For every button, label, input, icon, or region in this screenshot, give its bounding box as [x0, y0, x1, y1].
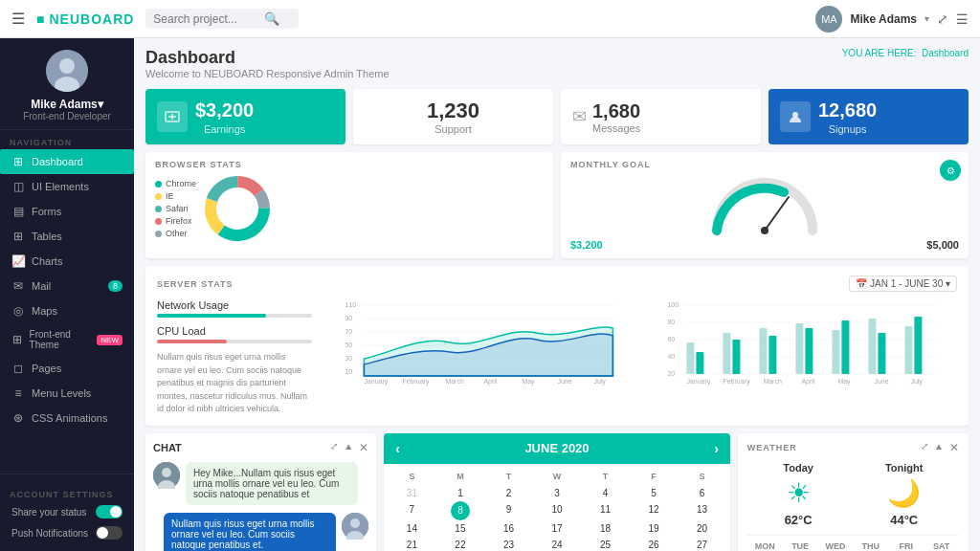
legend-chrome: Chrome — [155, 179, 196, 188]
sidebar-avatar — [46, 50, 88, 92]
cal-today-cell[interactable]: 8 — [451, 501, 470, 520]
cal-cell[interactable]: 19 — [630, 520, 679, 537]
breadcrumb-page: Dashboard — [922, 48, 969, 58]
sidebar-item-frontend-theme[interactable]: ⊞ Front-end Theme NEW — [0, 323, 134, 356]
svg-text:May: May — [838, 378, 852, 386]
svg-point-1 — [59, 58, 75, 74]
sidebar-item-css-animations[interactable]: ⊛ CSS Animations — [0, 406, 134, 430]
ie-dot — [155, 193, 162, 200]
cal-cell[interactable]: 6 — [678, 485, 726, 501]
sidebar-item-menu-levels[interactable]: ≡ Menu Levels — [0, 381, 134, 406]
cal-cell[interactable]: 20 — [678, 520, 726, 537]
cal-cell[interactable]: 24 — [533, 537, 582, 552]
svg-rect-52 — [769, 336, 777, 374]
calendar-grid: S M T W T F S 31 1 2 3 4 — [384, 464, 730, 552]
svg-text:February: February — [403, 378, 431, 386]
firefox-label: Firefox — [166, 216, 192, 226]
other-dot — [155, 231, 162, 237]
calendar-icon: 📅 — [856, 278, 867, 289]
svg-text:June: June — [558, 378, 572, 385]
goal-current: $3,200 — [570, 239, 603, 251]
cal-cell[interactable]: 17 — [533, 520, 582, 537]
share-status-toggle[interactable] — [96, 505, 122, 518]
weather-header-actions: ⤢ ▲ ✕ — [921, 441, 959, 454]
weather-forecast: MON 🌧 48°C TUE 🌧 39°C WED 🌧 32°C — [747, 535, 959, 552]
weather-expand-icon[interactable]: ⤢ — [921, 441, 928, 454]
svg-text:April: April — [802, 378, 815, 386]
weather-minimize-icon[interactable]: ▲ — [934, 441, 944, 454]
sidebar-item-dashboard[interactable]: ⊞ Dashboard — [0, 149, 134, 174]
area-chart-container: 110 90 70 50 30 10 — [323, 299, 635, 416]
cal-cell[interactable]: 11 — [581, 501, 630, 520]
monthly-goal-title: MONTHLY GOAL — [570, 160, 959, 169]
cal-next-button[interactable]: › — [714, 441, 719, 456]
stat-card-support: 1,230 Support — [353, 89, 553, 144]
chat-minimize-icon[interactable]: ▲ — [344, 441, 353, 454]
menu-levels-icon: ≡ — [11, 386, 25, 400]
cal-cell[interactable]: 14 — [388, 520, 436, 537]
sidebar-item-forms[interactable]: ▤ Forms — [0, 199, 134, 224]
menu-icon[interactable]: ☰ — [956, 11, 969, 27]
cal-prev-button[interactable]: ‹ — [395, 441, 400, 456]
sidebar-item-ui-elements[interactable]: ◫ UI Elements — [0, 174, 134, 199]
cal-cell[interactable]: 2 — [484, 485, 533, 501]
cal-cell[interactable]: 10 — [533, 501, 582, 520]
cal-cell[interactable]: 27 — [678, 537, 726, 552]
cal-cell[interactable]: 18 — [581, 520, 630, 537]
tonight-temp: 44°C — [885, 513, 924, 527]
cal-cell[interactable]: 22 — [436, 537, 485, 552]
svg-text:90: 90 — [345, 315, 353, 321]
sidebar-item-pages[interactable]: ◻ Pages — [0, 356, 134, 381]
chat-close-icon[interactable]: ✕ — [359, 441, 368, 454]
chat-avatar-2 — [342, 513, 368, 540]
calendar-days-header: S M T W T F S — [388, 468, 726, 485]
svg-rect-51 — [733, 340, 741, 374]
svg-text:January: January — [365, 378, 389, 386]
date-range-selector[interactable]: 📅 JAN 1 - JUNE 30 ▾ — [849, 276, 957, 292]
chat-message-2: Nullam quis risus eget urna mollis ornar… — [153, 513, 368, 552]
css-anim-icon: ⊛ — [11, 411, 25, 425]
gear-button[interactable]: ⚙ — [940, 160, 961, 181]
goal-target: $5,000 — [926, 239, 959, 251]
sidebar-item-charts[interactable]: 📈 Charts — [0, 249, 134, 274]
cal-cell[interactable]: 26 — [630, 537, 679, 552]
hamburger-icon[interactable]: ☰ — [11, 10, 25, 28]
cal-cell[interactable]: 12 — [630, 501, 679, 520]
chat-expand-icon[interactable]: ⤢ — [330, 441, 338, 454]
network-usage-bar: Network Usage — [157, 299, 312, 318]
svg-text:July: July — [911, 378, 924, 386]
weather-close-icon[interactable]: ✕ — [949, 441, 959, 454]
sidebar-item-maps[interactable]: ◎ Maps — [0, 298, 134, 323]
weather-header: WEATHER ⤢ ▲ ✕ — [747, 441, 959, 454]
sidebar-item-tables[interactable]: ⊞ Tables — [0, 224, 134, 249]
svg-rect-47 — [833, 330, 840, 374]
cal-cell[interactable]: 31 — [388, 485, 436, 501]
sidebar-item-mail[interactable]: ✉ Mail 8 — [0, 274, 134, 298]
cal-cell[interactable]: 1 — [436, 485, 485, 501]
svg-rect-56 — [915, 317, 923, 374]
cal-week-1: 31 1 2 3 4 5 6 — [388, 485, 726, 501]
cal-cell[interactable]: 13 — [678, 501, 726, 520]
cal-cell[interactable]: 7 — [388, 501, 436, 520]
svg-text:20: 20 — [668, 370, 676, 377]
forecast-mon-label: MON — [754, 541, 775, 551]
cal-cell[interactable]: 25 — [581, 537, 630, 552]
today-label: Today — [783, 462, 813, 474]
support-value: 1,230 — [365, 99, 542, 123]
cal-cell[interactable]: 3 — [533, 485, 582, 501]
cal-cell[interactable]: 4 — [581, 485, 630, 501]
cal-cell[interactable]: 15 — [436, 520, 485, 537]
sidebar-item-label: Mail — [32, 280, 51, 292]
donut-chart — [204, 175, 271, 242]
search-input[interactable] — [153, 12, 258, 26]
svg-rect-43 — [687, 342, 695, 374]
cal-cell[interactable]: 5 — [630, 485, 679, 501]
cal-cell[interactable]: 16 — [484, 520, 533, 537]
cal-cell[interactable]: 21 — [388, 537, 436, 552]
theme-icon: ⊞ — [11, 333, 23, 346]
fullscreen-icon[interactable]: ⤢ — [937, 11, 948, 27]
cal-cell[interactable]: 23 — [484, 537, 533, 552]
cal-cell[interactable]: 9 — [484, 501, 533, 520]
earnings-value: $3,200 — [195, 99, 254, 121]
push-notif-toggle[interactable] — [96, 526, 122, 540]
